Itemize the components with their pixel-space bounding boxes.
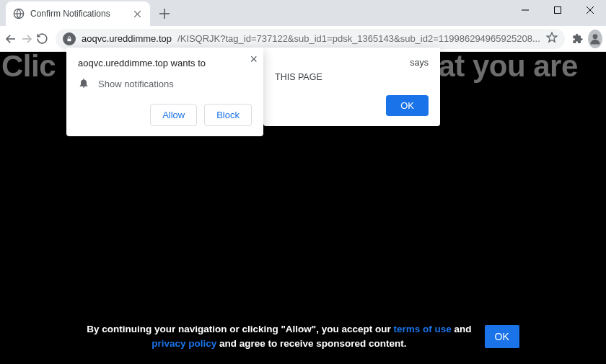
terms-of-use-link[interactable]: terms of use (394, 324, 452, 334)
permission-origin-text: aoqvc.ureddimme.top wants to (78, 58, 252, 68)
bell-icon (78, 77, 89, 91)
svg-point-14 (592, 34, 597, 39)
close-icon[interactable]: × (250, 52, 258, 67)
page-content: Clic at you are × aoqvc.ureddimme.top wa… (0, 52, 606, 364)
reload-button[interactable] (36, 29, 48, 49)
svg-marker-13 (547, 32, 556, 42)
url-path: /KISQRJK?tag_id=737122&sub_id1=pdsk_1365… (177, 33, 540, 44)
permission-label: Show notifications (98, 79, 174, 89)
allow-button[interactable]: Allow (150, 104, 197, 126)
forward-button[interactable] (20, 29, 33, 49)
consent-ok-button[interactable]: OK (485, 325, 519, 348)
headline-left: Clic (0, 49, 56, 83)
headline-right: at you are (438, 49, 577, 83)
maximize-button[interactable] (541, 0, 574, 20)
consent-text: By continuing your navigation or clickin… (87, 322, 471, 352)
address-bar[interactable]: aoqvc.ureddimme.top/KISQRJK?tag_id=73712… (56, 29, 565, 49)
close-window-button[interactable] (574, 0, 606, 20)
tab-title: Confirm Notifications (30, 9, 126, 19)
new-tab-button[interactable] (154, 4, 175, 24)
privacy-policy-link[interactable]: privacy policy (152, 338, 216, 349)
site-info-icon[interactable] (63, 32, 76, 45)
consent-footer: By continuing your navigation or clickin… (0, 322, 606, 352)
browser-tab[interactable]: Confirm Notifications (6, 1, 150, 26)
notification-permission-dialog: × aoqvc.ureddimme.top wants to Show noti… (66, 48, 263, 136)
profile-avatar[interactable] (588, 30, 602, 48)
close-tab-icon[interactable] (131, 8, 143, 19)
block-button[interactable]: Block (204, 104, 252, 126)
javascript-alert-dialog: says THIS PAGE OK (263, 48, 440, 126)
alert-ok-button[interactable]: OK (386, 95, 429, 116)
alert-message: THIS PAGE (275, 72, 429, 82)
alert-origin-text: says (275, 58, 429, 68)
back-button[interactable] (4, 29, 17, 49)
svg-rect-1 (554, 7, 561, 14)
svg-rect-12 (68, 38, 71, 41)
url-host: aoqvc.ureddimme.top (82, 33, 172, 44)
bookmark-star-icon[interactable] (546, 32, 558, 46)
extensions-icon[interactable] (572, 29, 584, 49)
minimize-button[interactable] (509, 0, 541, 20)
globe-icon (13, 8, 25, 19)
